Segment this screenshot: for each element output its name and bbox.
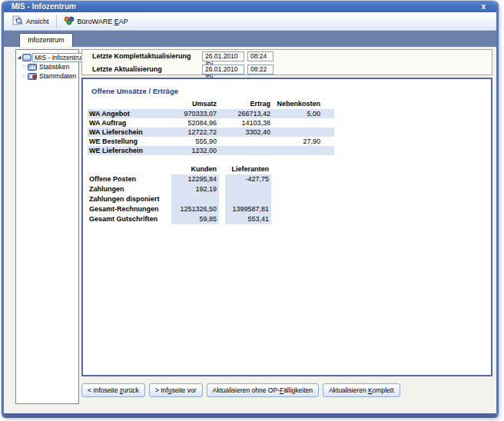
column-gap bbox=[219, 184, 225, 194]
umsatz-value: 555,90 bbox=[168, 137, 219, 146]
table-header-cell: Kunden bbox=[171, 164, 219, 174]
column-gap bbox=[219, 174, 225, 184]
update-info-row: Letzte Komplettaktualisierung26.01.2010 … bbox=[82, 51, 492, 63]
row-pad bbox=[323, 128, 334, 137]
aktualisieren-komplett-button[interactable]: Aktualisieren Komplett bbox=[323, 383, 400, 397]
column-gap bbox=[219, 204, 225, 214]
lieferanten-value: 553,41 bbox=[225, 214, 271, 224]
section-title: Offene Umsätze / Erträge bbox=[91, 87, 178, 95]
kunden-value: 12295,84 bbox=[171, 174, 219, 184]
time-field[interactable]: 08:24 bbox=[247, 51, 274, 61]
button-label-pre: > Inf bbox=[155, 386, 168, 394]
tree-collapsed-icon[interactable]: ▷ bbox=[22, 62, 28, 71]
date-field[interactable]: 26.01.2010 /Di bbox=[202, 51, 244, 61]
colored-spheres-icon bbox=[64, 15, 75, 27]
column-gap bbox=[219, 194, 225, 204]
tree-item-label: Stammdaten bbox=[38, 72, 78, 80]
nebenkosten-value bbox=[273, 128, 323, 137]
content-area: ◢MIS - Infozentrum▷Statistiken▷Stammdate… bbox=[4, 47, 496, 413]
toolbar-separator bbox=[56, 15, 57, 28]
lieferanten-value: 1399587,81 bbox=[225, 204, 271, 214]
lieferanten-value bbox=[225, 194, 271, 204]
row-label: WA Lieferschein bbox=[88, 128, 168, 137]
nebenkosten-value: 27,90 bbox=[273, 137, 323, 146]
masterdata-icon bbox=[28, 72, 38, 80]
ertrag-value: 14103,38 bbox=[219, 118, 273, 128]
tab-strip: Infozentrum bbox=[4, 31, 496, 47]
table-header-row: KundenLieferanten bbox=[88, 164, 271, 174]
footer-button-row: < Infoseite zurück> Infoseite vorAktuali… bbox=[81, 383, 400, 397]
kunden-value: 59,85 bbox=[171, 214, 219, 224]
aktualisieren-ohne-op-button[interactable]: Aktualisieren ohne OP-Fälligkeiten bbox=[207, 383, 319, 397]
tree-expanded-icon[interactable]: ◢ bbox=[16, 53, 22, 61]
umsatz-value: 52084,96 bbox=[168, 118, 219, 128]
infoseite-zurueck-button[interactable]: < Infoseite zurück bbox=[81, 383, 145, 397]
info-panel: Offene Umsätze / Erträge UmsatzErtragNeb… bbox=[81, 78, 492, 376]
table-row: Offene Posten12295,84-427,75 bbox=[88, 174, 271, 184]
button-label-pre: Aktualisieren ohne OP- bbox=[213, 386, 280, 394]
table-row: WA Angebot970333,07266713,425,00 bbox=[88, 109, 334, 118]
date-field[interactable]: 26.01.2010 /Di bbox=[202, 65, 244, 75]
ertrag-value: 3302,40 bbox=[219, 128, 273, 137]
tree-item-label: MIS - Infozentrum bbox=[32, 53, 89, 62]
column-gap bbox=[219, 164, 225, 174]
button-label-post: omplett bbox=[373, 386, 394, 394]
tree-item[interactable]: ▷Stammdaten bbox=[16, 71, 78, 80]
infoseite-vor-button[interactable]: > Infoseite vor bbox=[149, 383, 203, 397]
row-label: Offene Posten bbox=[88, 174, 171, 184]
buroware-eap-button-label: BüroWARE EAP bbox=[78, 18, 128, 25]
row-label: WA Angebot bbox=[88, 109, 168, 118]
table-row: WE Bestellung555,9027,90 bbox=[88, 137, 334, 146]
row-label: Zahlungen disponiert bbox=[88, 194, 171, 204]
table-header-cell: Ertrag bbox=[219, 98, 273, 109]
row-label: Gesamt Gutschriften bbox=[88, 214, 171, 224]
buroware-eap-button[interactable]: BüroWARE EAP bbox=[60, 15, 132, 28]
column-gap bbox=[219, 214, 225, 224]
row-label: Gesamt-Rechnungen bbox=[88, 204, 171, 214]
window-title: MIS - Infozentrum bbox=[12, 1, 76, 12]
navigation-tree: ◢MIS - Infozentrum▷Statistiken▷Stammdate… bbox=[15, 49, 79, 404]
umsaetze-ertraege-table: UmsatzErtragNebenkostenWA Angebot970333,… bbox=[88, 98, 334, 155]
kunden-value: 192,19 bbox=[171, 184, 219, 194]
tree-item-label: Statistiken bbox=[38, 63, 71, 71]
button-label-pre: < Infoseite bbox=[88, 386, 120, 394]
row-label: WE Lieferschein bbox=[88, 146, 168, 155]
table-header-cell bbox=[88, 98, 168, 109]
tree-collapsed-icon[interactable]: ▷ bbox=[22, 71, 28, 80]
button-label-post: urück bbox=[123, 386, 139, 394]
umsatz-value: 12722,72 bbox=[168, 128, 219, 137]
nebenkosten-value bbox=[273, 118, 323, 128]
ertrag-value: 266713,42 bbox=[219, 109, 273, 118]
tab-infozentrum[interactable]: Infozentrum bbox=[19, 33, 73, 47]
table-header-cell: Umsatz bbox=[168, 98, 219, 109]
row-pad bbox=[323, 109, 334, 118]
update-info-label: Letzte Aktualisierung bbox=[92, 65, 162, 73]
tree-item[interactable]: ▷Statistiken bbox=[16, 62, 78, 71]
row-label: WA Auftrag bbox=[88, 118, 168, 128]
button-label-post: älligkeiten bbox=[284, 386, 313, 394]
table-row: Zahlungen192,19 bbox=[88, 184, 271, 194]
table-header-row: UmsatzErtragNebenkosten bbox=[88, 98, 334, 109]
table-row: WA Auftrag52084,9614103,38 bbox=[88, 118, 334, 128]
table-header-cell: Lieferanten bbox=[225, 164, 271, 174]
row-pad bbox=[323, 137, 334, 146]
table-row: Gesamt Gutschriften59,85553,41 bbox=[88, 214, 271, 224]
ansicht-button[interactable]: Ansicht bbox=[8, 15, 53, 28]
tree-item[interactable]: ◢MIS - Infozentrum bbox=[16, 53, 78, 61]
button-label-pre: Aktualisieren bbox=[329, 386, 368, 394]
screen: MIS - Infozentrum x Ansicht bbox=[0, 0, 504, 421]
nebenkosten-value bbox=[273, 146, 323, 155]
table-row: WA Lieferschein12722,723302,40 bbox=[88, 128, 334, 137]
update-info-label: Letzte Komplettaktualisierung bbox=[92, 52, 191, 60]
update-info-panel: Letzte Komplettaktualisierung26.01.2010 … bbox=[81, 49, 492, 75]
umsatz-value: 970333,07 bbox=[168, 109, 219, 118]
table-header-cell: Nebenkosten bbox=[273, 98, 323, 109]
close-icon[interactable]: x bbox=[481, 1, 486, 12]
ansicht-button-label: Ansicht bbox=[26, 18, 49, 25]
table-row: Gesamt-Rechnungen1251326,501399587,81 bbox=[88, 204, 271, 214]
row-pad bbox=[323, 118, 334, 128]
time-field[interactable]: 08:22 bbox=[247, 65, 274, 75]
update-info-row: Letzte Aktualisierung26.01.2010 /Di08:22 bbox=[82, 65, 492, 76]
lieferanten-value bbox=[225, 184, 271, 194]
magnifier-page-icon bbox=[12, 15, 23, 27]
